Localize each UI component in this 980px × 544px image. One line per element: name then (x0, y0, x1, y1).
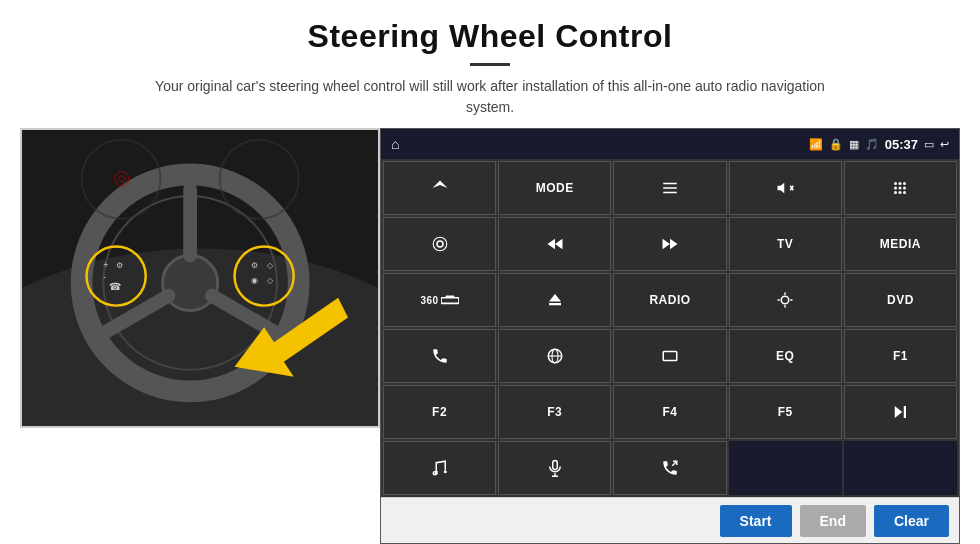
steering-wheel-image: + - ⚙ ☎ ⚙ ◇ ◉ ◇ ◎ (20, 128, 380, 428)
navigate-btn[interactable] (383, 161, 496, 215)
radio-btn[interactable]: RADIO (613, 273, 726, 327)
status-icons: 📶 🔒 ▦ 🎵 05:37 ▭ ↩ (809, 137, 949, 152)
svg-point-36 (899, 191, 902, 194)
svg-text:☎: ☎ (109, 281, 121, 292)
phone-call-btn[interactable] (613, 441, 726, 495)
svg-rect-56 (663, 352, 677, 361)
phone-btn[interactable] (383, 329, 496, 383)
brightness-btn[interactable] (729, 273, 842, 327)
svg-text:◇: ◇ (267, 276, 274, 285)
bluetooth-icon: 🎵 (865, 138, 879, 151)
svg-rect-23 (663, 183, 677, 185)
status-time: 05:37 (885, 137, 918, 152)
empty-cell-1 (729, 441, 842, 495)
f2-btn[interactable]: F2 (383, 385, 496, 439)
f4-btn[interactable]: F4 (613, 385, 726, 439)
svg-point-30 (899, 182, 902, 185)
control-panel: ⌂ 📶 🔒 ▦ 🎵 05:37 ▭ ↩ MODE (380, 128, 960, 544)
svg-point-35 (894, 191, 897, 194)
svg-marker-22 (432, 181, 447, 189)
fastforward-btn[interactable] (613, 217, 726, 271)
page-title: Steering Wheel Control (40, 18, 940, 55)
svg-rect-45 (445, 296, 454, 298)
svg-text:+: + (103, 260, 108, 270)
svg-text:◉: ◉ (251, 276, 258, 285)
sim-icon: ▦ (849, 138, 859, 151)
wifi-icon: 📶 (809, 138, 823, 151)
mode-btn[interactable]: MODE (498, 161, 611, 215)
bottom-bar: Start End Clear (381, 497, 959, 543)
status-bar: ⌂ 📶 🔒 ▦ 🎵 05:37 ▭ ↩ (381, 129, 959, 159)
svg-rect-25 (663, 192, 677, 194)
eject-btn[interactable] (498, 273, 611, 327)
svg-marker-57 (895, 406, 903, 418)
svg-point-37 (903, 191, 906, 194)
svg-point-60 (443, 470, 446, 473)
svg-rect-58 (904, 406, 906, 418)
window-btn[interactable] (613, 329, 726, 383)
music-btn[interactable] (383, 441, 496, 495)
svg-point-39 (433, 237, 447, 251)
svg-marker-40 (547, 239, 555, 250)
svg-marker-43 (670, 239, 678, 250)
svg-point-48 (781, 296, 789, 304)
clear-button[interactable]: Clear (874, 505, 949, 537)
back-icon[interactable]: ↩ (940, 138, 949, 151)
home-icon[interactable]: ⌂ (391, 136, 399, 152)
empty-cell-2 (844, 441, 957, 495)
media-btn[interactable]: MEDIA (844, 217, 957, 271)
svg-text:⚙: ⚙ (116, 261, 123, 270)
f5-btn[interactable]: F5 (729, 385, 842, 439)
svg-marker-41 (555, 239, 563, 250)
play-pause-btn[interactable] (844, 385, 957, 439)
header-section: Steering Wheel Control Your original car… (0, 0, 980, 128)
title-divider (470, 63, 510, 66)
svg-rect-61 (553, 461, 558, 470)
svg-point-59 (434, 472, 437, 475)
svg-text:◎: ◎ (113, 166, 130, 188)
svg-rect-47 (549, 303, 561, 305)
button-grid: MODE TV (381, 159, 959, 497)
svg-rect-44 (441, 298, 459, 304)
svg-marker-26 (778, 183, 785, 194)
start-button[interactable]: Start (720, 505, 792, 537)
end-button[interactable]: End (800, 505, 866, 537)
svg-point-34 (903, 187, 906, 190)
dvd-btn[interactable]: DVD (844, 273, 957, 327)
svg-point-33 (899, 187, 902, 190)
svg-text:-: - (103, 272, 106, 282)
globe-btn[interactable] (498, 329, 611, 383)
rewind-btn[interactable] (498, 217, 611, 271)
svg-marker-42 (662, 239, 670, 250)
svg-point-31 (903, 182, 906, 185)
svg-text:◇: ◇ (267, 261, 274, 270)
eq-btn[interactable]: EQ (729, 329, 842, 383)
microphone-btn[interactable] (498, 441, 611, 495)
cast-icon: ▭ (924, 138, 934, 151)
mute-btn[interactable] (729, 161, 842, 215)
lock-icon: 🔒 (829, 138, 843, 151)
svg-rect-24 (663, 187, 677, 189)
content-area: + - ⚙ ☎ ⚙ ◇ ◉ ◇ ◎ (0, 128, 980, 544)
svg-marker-46 (549, 294, 561, 302)
f1-btn[interactable]: F1 (844, 329, 957, 383)
tv-btn[interactable]: TV (729, 217, 842, 271)
apps-btn[interactable] (844, 161, 957, 215)
f3-btn[interactable]: F3 (498, 385, 611, 439)
svg-point-32 (894, 187, 897, 190)
svg-point-29 (894, 182, 897, 185)
settings-btn[interactable] (383, 217, 496, 271)
list-btn[interactable] (613, 161, 726, 215)
360-btn[interactable]: 360 (383, 273, 496, 327)
svg-point-38 (437, 241, 443, 247)
page-wrapper: Steering Wheel Control Your original car… (0, 0, 980, 544)
subtitle: Your original car's steering wheel contr… (140, 76, 840, 118)
svg-text:⚙: ⚙ (251, 261, 258, 270)
